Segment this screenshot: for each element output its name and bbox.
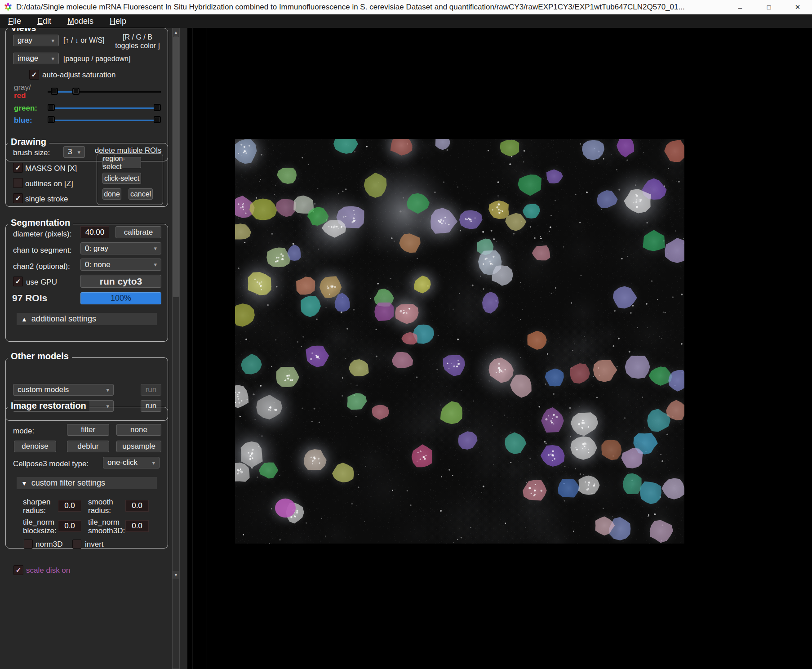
smooth-label1: smooth xyxy=(88,498,113,507)
red-label: red xyxy=(14,91,26,100)
close-button[interactable]: ✕ xyxy=(783,0,812,14)
use-gpu-checkbox[interactable]: ✓ xyxy=(13,277,23,286)
cp3-type-select[interactable]: one-click ▾ xyxy=(103,457,160,468)
masks-on-label: MASKS ON [X] xyxy=(25,164,77,173)
filter-button[interactable]: filter xyxy=(67,424,109,436)
done-button[interactable]: done xyxy=(102,188,121,200)
views-title: Views xyxy=(8,28,39,33)
tilenorm-block-label2: blocksize: xyxy=(23,526,57,535)
menu-edit[interactable]: Edit xyxy=(37,17,51,26)
mode-label: mode: xyxy=(13,427,34,436)
custom-models-select[interactable]: custom models ▾ xyxy=(13,384,114,396)
scrollbar-thumb[interactable] xyxy=(173,36,179,297)
cancel-button[interactable]: cancel xyxy=(129,188,153,200)
panel-scrollbar[interactable]: ▲ ▼ xyxy=(172,28,180,669)
single-stroke-checkbox[interactable]: ✓ xyxy=(13,193,23,203)
deblur-button[interactable]: deblur xyxy=(67,441,109,452)
other-models-title: Other models xyxy=(8,351,72,361)
custom-filter-toggle[interactable]: ▼ custom filter settings xyxy=(17,477,157,489)
single-stroke-label: single stroke xyxy=(25,195,68,204)
scale-disk-label: scale disk on xyxy=(26,566,70,575)
click-select-button[interactable]: click-select xyxy=(102,173,141,184)
restoration-group: Image restoration mode: filter none deno… xyxy=(5,407,168,549)
none-button[interactable]: none xyxy=(116,424,161,436)
slider-handle[interactable] xyxy=(48,104,55,111)
chevron-down-icon: ▾ xyxy=(106,387,109,393)
menu-help[interactable]: Help xyxy=(110,17,126,26)
tilenorm-smooth-label2: smooth3D: xyxy=(88,526,125,535)
scale-disk-checkbox[interactable]: ✓ xyxy=(13,565,23,575)
check-icon: ✓ xyxy=(16,566,22,574)
tilenorm-block-label1: tile_norm xyxy=(23,518,54,527)
menu-models[interactable]: Models xyxy=(67,17,93,26)
slider-handle[interactable] xyxy=(48,116,55,123)
drawing-title: Drawing xyxy=(8,137,49,147)
collapse-triangle-icon: ▲ xyxy=(21,316,27,323)
image-viewport[interactable] xyxy=(187,28,812,669)
upsample-button[interactable]: upsample xyxy=(116,441,161,452)
green-slider[interactable] xyxy=(48,103,161,112)
diameter-label: diameter (pixels): xyxy=(13,230,71,239)
tilenorm-block-input[interactable]: 0.0 xyxy=(58,520,81,532)
slider-handle[interactable] xyxy=(154,116,161,123)
rgb-hint: [R / G / Btoggles color ] xyxy=(113,33,162,50)
slider-handle[interactable] xyxy=(51,88,58,95)
brush-size-label: brush size: xyxy=(13,148,50,157)
roi-count: 97 ROIs xyxy=(12,293,47,303)
delete-rois-box: region-select click-select done cancel xyxy=(97,153,163,205)
scroll-down-arrow-icon[interactable]: ▼ xyxy=(173,571,179,579)
sharpen-label2: radius: xyxy=(23,506,46,515)
autoadjust-label: auto-adjust saturation xyxy=(42,71,116,80)
use-gpu-label: use GPU xyxy=(26,278,57,287)
blue-slider[interactable] xyxy=(48,116,161,125)
autoadjust-checkbox[interactable]: ✓ xyxy=(29,70,39,80)
progress-text: 100% xyxy=(111,294,131,303)
denoise-button[interactable]: denoise xyxy=(14,441,56,452)
drawing-group: Drawing brush size: 3 ▾ delete multiple … xyxy=(5,143,168,207)
smooth-input[interactable]: 0.0 xyxy=(125,500,149,512)
view-border-line2 xyxy=(207,28,207,669)
gray-label: gray/ xyxy=(14,83,31,92)
run-custom-button[interactable]: run xyxy=(141,384,161,396)
tilenorm-smooth-label1: tile_norm xyxy=(88,518,120,527)
microscopy-image[interactable] xyxy=(235,139,684,544)
sharpen-label1: sharpen xyxy=(23,498,50,507)
diameter-input[interactable]: 40.00 xyxy=(80,226,109,238)
slider-handle[interactable] xyxy=(72,88,80,95)
menu-file[interactable]: File xyxy=(8,17,21,26)
layer-select[interactable]: image ▾ xyxy=(13,53,59,64)
additional-settings-toggle[interactable]: ▲ additional settings xyxy=(17,313,157,325)
check-icon: ✓ xyxy=(31,71,37,79)
window-title: D:/data/Single molecule mRNA Fluorescent… xyxy=(16,3,685,12)
sharpen-input[interactable]: 0.0 xyxy=(58,500,81,512)
minimize-button[interactable]: – xyxy=(726,0,754,14)
brush-size-select[interactable]: 3 ▾ xyxy=(63,146,85,158)
maximize-button[interactable]: □ xyxy=(754,0,783,14)
outlines-checkbox[interactable]: ✓ xyxy=(13,178,23,188)
check-icon: ✓ xyxy=(15,164,21,172)
run-cyto3-button[interactable]: run cyto3 xyxy=(80,275,161,288)
slider-handle[interactable] xyxy=(154,104,161,111)
segmentation-title: Segmentation xyxy=(8,218,73,228)
restoration-title: Image restoration xyxy=(8,401,89,411)
check-icon: ✓ xyxy=(15,277,21,285)
green-label: green: xyxy=(14,104,37,113)
expand-triangle-icon: ▼ xyxy=(21,480,27,487)
tilenorm-smooth-input[interactable]: 0.0 xyxy=(125,520,149,532)
app-icon xyxy=(4,3,13,12)
view-select[interactable]: gray ▾ xyxy=(13,35,59,46)
chevron-down-icon: ▾ xyxy=(154,261,157,268)
norm3d-checkbox[interactable]: ✓ xyxy=(24,540,33,549)
masks-on-checkbox[interactable]: ✓ xyxy=(13,163,23,173)
progress-bar: 100% xyxy=(80,292,161,304)
scroll-up-arrow-icon[interactable]: ▲ xyxy=(173,28,179,36)
smooth-label2: radius: xyxy=(88,506,111,515)
chan2-select[interactable]: 0: none ▾ xyxy=(80,259,161,271)
calibrate-button[interactable]: calibrate xyxy=(115,226,161,238)
menu-bar: FileEditModelsHelp xyxy=(0,14,812,28)
blue-label: blue: xyxy=(14,116,32,125)
grayred-slider[interactable] xyxy=(48,87,161,96)
chan-select[interactable]: 0: gray ▾ xyxy=(80,242,161,254)
region-select-button[interactable]: region-select xyxy=(102,157,141,168)
invert-checkbox[interactable]: ✓ xyxy=(72,540,81,549)
